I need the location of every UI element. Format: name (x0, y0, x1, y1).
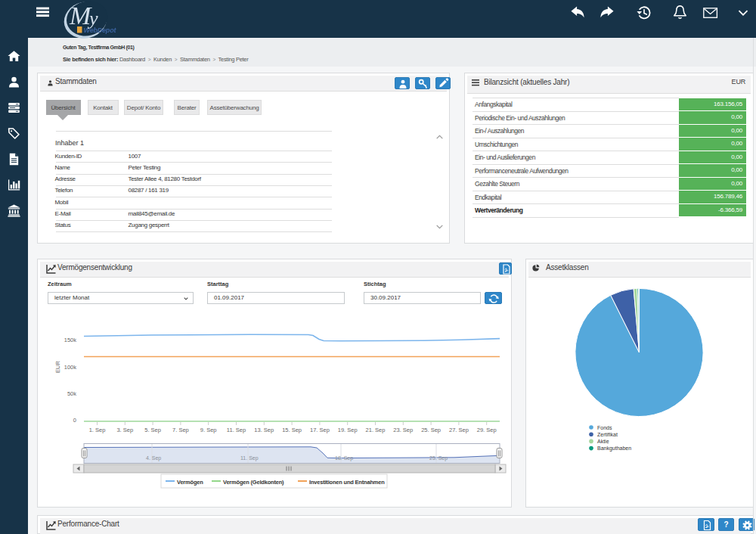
svg-text:EUR: EUR (54, 361, 61, 373)
svg-text:4. Sep: 4. Sep (146, 455, 161, 461)
svg-text:Vermögen: Vermögen (177, 479, 203, 486)
svg-text:9. Sep: 9. Sep (200, 427, 217, 433)
svg-text:25. Sep: 25. Sep (421, 427, 441, 433)
svg-text:Vermögen (Geldkonten): Vermögen (Geldkonten) (223, 479, 284, 486)
svg-text:Fonds: Fonds (597, 425, 612, 430)
svg-text:29. Sep: 29. Sep (477, 427, 497, 433)
svg-text:0: 0 (73, 417, 76, 424)
svg-text:13. Sep: 13. Sep (254, 427, 274, 433)
svg-text:17. Sep: 17. Sep (310, 427, 330, 433)
svg-text:50k: 50k (67, 390, 76, 397)
svg-text:WebDepot: WebDepot (84, 26, 117, 34)
svg-text:1. Sep: 1. Sep (89, 427, 106, 433)
svg-text:Bankguthaben: Bankguthaben (597, 446, 631, 452)
svg-text:11. Sep: 11. Sep (240, 455, 259, 461)
svg-text:150k: 150k (64, 337, 77, 343)
svg-text:27. Sep: 27. Sep (449, 427, 469, 433)
svg-text:21. Sep: 21. Sep (366, 427, 386, 433)
svg-text:7. Sep: 7. Sep (172, 427, 189, 433)
svg-text:18. Sep: 18. Sep (335, 455, 353, 461)
svg-text:23. Sep: 23. Sep (393, 427, 413, 433)
svg-text:3. Sep: 3. Sep (116, 427, 133, 433)
svg-text:100k: 100k (64, 364, 77, 371)
svg-text:19. Sep: 19. Sep (338, 427, 358, 433)
svg-text:15. Sep: 15. Sep (282, 427, 302, 433)
svg-text:Zertifikat: Zertifikat (597, 432, 618, 437)
svg-text:11. Sep: 11. Sep (227, 427, 246, 433)
svg-text:Investitionen und Entnahmen: Investitionen und Entnahmen (309, 479, 385, 486)
svg-text:Aktie: Aktie (597, 439, 609, 444)
svg-text:5. Sep: 5. Sep (144, 427, 161, 433)
svg-text:25. Sep: 25. Sep (429, 455, 448, 461)
